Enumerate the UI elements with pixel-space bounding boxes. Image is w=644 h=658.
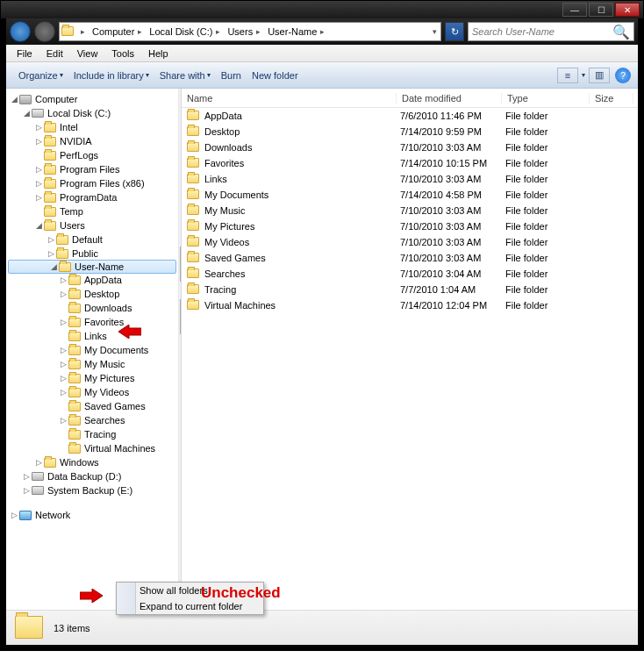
tree-computer[interactable]: ◢Computer: [6, 92, 178, 106]
breadcrumb[interactable]: ▸: [74, 23, 89, 40]
breadcrumb[interactable]: Local Disk (C:)▸: [146, 23, 224, 40]
tree-item[interactable]: Tracing: [6, 427, 178, 441]
drive-icon: [32, 109, 44, 118]
tree-edrive[interactable]: ▷System Backup (E:): [6, 483, 178, 497]
minimize-button[interactable]: —: [562, 3, 587, 17]
file-name: Virtual Machines: [204, 300, 400, 311]
list-item[interactable]: My Pictures7/10/2010 3:03 AMFile folder: [182, 218, 638, 234]
splitter[interactable]: [179, 89, 182, 610]
menu-file[interactable]: File: [10, 46, 39, 61]
list-item[interactable]: Desktop7/14/2010 9:59 PMFile folder: [182, 124, 638, 139]
file-date: 7/10/2010 3:03 AM: [400, 237, 505, 247]
list-item[interactable]: Downloads7/10/2010 3:03 AMFile folder: [182, 139, 638, 155]
tree-item[interactable]: ▷Intel: [6, 120, 178, 134]
list-item[interactable]: Virtual Machines7/14/2010 12:04 PMFile f…: [182, 297, 638, 313]
help-button[interactable]: ?: [615, 68, 631, 83]
folder-icon: [187, 205, 199, 215]
status-bar: 13 items: [6, 610, 638, 645]
tree-item[interactable]: ▷Program Files (x86): [6, 176, 178, 190]
file-date: 7/14/2010 12:04 PM: [400, 300, 505, 311]
arrow-annotation: [80, 589, 103, 603]
close-button[interactable]: ✕: [615, 3, 640, 17]
tree-item[interactable]: ▷My Documents: [6, 343, 178, 357]
tree-item[interactable]: Links: [6, 329, 178, 343]
tree-item[interactable]: Downloads: [6, 301, 178, 315]
file-name: Favorites: [204, 158, 400, 168]
include-library-button[interactable]: Include in library ▾: [68, 67, 154, 84]
tree-item[interactable]: ▷My Videos: [6, 385, 178, 399]
file-type: File folder: [505, 142, 593, 153]
tree-item[interactable]: ▷Windows: [6, 455, 178, 469]
tree-item[interactable]: Virtual Machines: [6, 441, 178, 455]
menu-view[interactable]: View: [70, 46, 105, 61]
tree-item[interactable]: Saved Games: [6, 399, 178, 413]
list-item[interactable]: Searches7/10/2010 3:04 AMFile folder: [182, 266, 638, 282]
tree-users[interactable]: ◢Users: [6, 218, 178, 232]
titlebar[interactable]: — ☐ ✕: [1, 1, 643, 18]
tree-item[interactable]: ▷My Music: [6, 357, 178, 371]
breadcrumb[interactable]: Computer▸: [89, 23, 146, 40]
folder-icon: [187, 300, 199, 310]
list-item[interactable]: Saved Games7/10/2010 3:03 AMFile folder: [182, 250, 638, 266]
new-folder-button[interactable]: New folder: [247, 67, 304, 84]
file-type: File folder: [505, 205, 593, 216]
tree-item[interactable]: ▷Public: [6, 247, 178, 261]
folder-icon: [187, 190, 199, 199]
menu-help[interactable]: Help: [141, 46, 175, 61]
file-type: File folder: [505, 237, 593, 247]
search-input[interactable]: [472, 26, 612, 37]
tree-item[interactable]: ▷ProgramData: [6, 190, 178, 204]
col-type[interactable]: Type: [502, 93, 590, 104]
refresh-button[interactable]: ↻: [445, 22, 464, 41]
tree-item[interactable]: ▷Program Files: [6, 162, 178, 176]
tree-item[interactable]: ▷AppData: [6, 273, 178, 287]
navigation-pane[interactable]: ◢Computer ◢Local Disk (C:) ▷Intel ▷NVIDI…: [6, 89, 179, 610]
tree-item[interactable]: PerfLogs: [6, 148, 178, 162]
list-item[interactable]: Favorites7/14/2010 10:15 PMFile folder: [182, 155, 638, 171]
menu-edit[interactable]: Edit: [39, 46, 70, 61]
tree-item[interactable]: ▷Default: [6, 232, 178, 247]
list-item[interactable]: AppData7/6/2010 11:46 PMFile folder: [182, 108, 638, 124]
tree-item[interactable]: ▷Searches: [6, 413, 178, 427]
dropdown-icon[interactable]: ▾: [429, 27, 440, 36]
organize-button[interactable]: Organize ▾: [13, 67, 68, 84]
search-box[interactable]: 🔍: [468, 22, 634, 41]
col-name[interactable]: Name: [182, 93, 397, 104]
tree-item[interactable]: ▷My Pictures: [6, 371, 178, 385]
file-type: File folder: [505, 126, 593, 137]
list-item[interactable]: My Documents7/14/2010 4:58 PMFile folder: [182, 187, 638, 203]
col-size[interactable]: Size: [590, 93, 633, 104]
breadcrumb[interactable]: User-Name▸: [264, 23, 328, 40]
tree-item[interactable]: Temp: [6, 204, 178, 218]
tree-cdrive[interactable]: ◢Local Disk (C:): [6, 106, 178, 120]
folder-icon: [187, 158, 199, 168]
file-date: 7/14/2010 4:58 PM: [400, 190, 505, 200]
file-date: 7/14/2010 10:15 PM: [400, 158, 505, 168]
file-name: My Videos: [204, 237, 400, 247]
tree-network[interactable]: ▷Network: [6, 508, 178, 522]
maximize-button[interactable]: ☐: [589, 3, 613, 17]
col-date[interactable]: Date modified: [397, 93, 502, 104]
breadcrumb[interactable]: Users▸: [224, 23, 264, 40]
burn-button[interactable]: Burn: [216, 67, 247, 84]
list-item[interactable]: Links7/10/2010 3:03 AMFile folder: [182, 171, 638, 187]
list-item[interactable]: Tracing7/7/2010 1:04 AMFile folder: [182, 282, 638, 297]
column-headers[interactable]: Name Date modified Type Size: [182, 89, 638, 108]
list-item[interactable]: My Music7/10/2010 3:03 AMFile folder: [182, 203, 638, 218]
forward-button[interactable]: [34, 21, 55, 42]
tree-item[interactable]: ▷Favorites: [6, 315, 178, 329]
list-item[interactable]: My Videos7/10/2010 3:03 AMFile folder: [182, 234, 638, 250]
file-type: File folder: [505, 221, 593, 232]
share-button[interactable]: Share with ▾: [154, 67, 216, 84]
tree-username[interactable]: ◢User-Name: [8, 260, 176, 274]
address-bar[interactable]: ▸ Computer▸ Local Disk (C:)▸ Users▸ User…: [59, 22, 441, 41]
menu-tools[interactable]: Tools: [104, 46, 141, 61]
file-type: File folder: [505, 174, 593, 184]
back-button[interactable]: [10, 21, 31, 42]
tree-item[interactable]: ▷NVIDIA: [6, 134, 178, 148]
tree-desktop[interactable]: ▷Desktop: [6, 287, 178, 301]
file-date: 7/10/2010 3:03 AM: [400, 205, 505, 216]
tree-ddrive[interactable]: ▷Data Backup (D:): [6, 469, 178, 483]
preview-pane-button[interactable]: ▥: [589, 68, 610, 83]
view-mode-button[interactable]: ≡: [557, 68, 578, 83]
